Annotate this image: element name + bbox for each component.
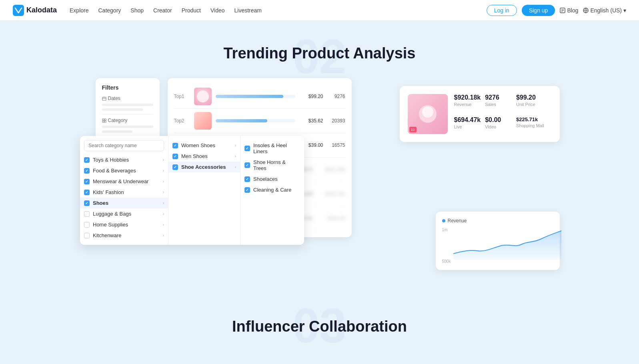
- product-thumb-2: [194, 112, 212, 130]
- checkbox-toys[interactable]: [84, 157, 90, 163]
- nav-livestream[interactable]: Livestream: [234, 6, 262, 15]
- checkbox-food[interactable]: [84, 168, 90, 174]
- stat-video: $0.00 Video: [485, 116, 513, 134]
- product-badge: 10: [409, 127, 417, 132]
- unit-price-label: Unit Price: [516, 102, 544, 107]
- nav-category[interactable]: Category: [98, 6, 121, 15]
- checkbox-home[interactable]: [84, 222, 90, 228]
- svg-rect-10: [102, 119, 104, 120]
- svg-point-15: [422, 106, 433, 118]
- chevron-icon: ›: [163, 212, 164, 216]
- cat-label-shoes: Shoes: [93, 200, 160, 206]
- legend-label: Revenue: [448, 218, 467, 224]
- stat-revenue: $920.18k Revenue: [454, 94, 482, 112]
- calendar-icon: [102, 96, 106, 101]
- category-item-luggage[interactable]: Luggage & Bags ›: [80, 208, 168, 219]
- sub-item-men-shoes[interactable]: Men Shoes ›: [168, 151, 240, 162]
- checkbox-shoe-accessories[interactable]: [172, 164, 178, 170]
- category-label: Category: [102, 118, 153, 123]
- checkbox-women-shoes[interactable]: [172, 143, 178, 148]
- svg-rect-12: [102, 121, 104, 122]
- nav-links: Explore Category Shop Creator Product Vi…: [70, 6, 487, 15]
- sub-sub-item-shoe-horns[interactable]: Shoe Horns & Trees: [240, 157, 304, 174]
- sales-3: 16575: [327, 142, 345, 148]
- checkbox-kitchenware[interactable]: [84, 233, 90, 238]
- svg-rect-13: [104, 121, 106, 122]
- legend-dot: [442, 219, 445, 222]
- dates-filter[interactable]: Dates: [102, 96, 153, 111]
- checkbox-shoe-horns[interactable]: [244, 162, 250, 168]
- hero-section: 02 Trending Product Analysis: [0, 21, 639, 78]
- category-search-input[interactable]: [84, 140, 164, 151]
- sales-value: 9276: [485, 94, 513, 101]
- chevron-icon: ›: [163, 168, 164, 173]
- checkbox-shoelaces[interactable]: [244, 176, 250, 182]
- category-item-toys[interactable]: Toys & Hobbies ›: [80, 154, 168, 165]
- cat-label-toys: Toys & Hobbies: [93, 157, 160, 163]
- product-thumb-1: [194, 88, 212, 105]
- chevron-down-icon: ▾: [623, 7, 626, 14]
- sub-label-shoe-accessories: Shoe Accessories: [181, 164, 226, 170]
- sub-item-women-shoes[interactable]: Women Shoes ›: [168, 140, 240, 151]
- sales-1: 9276: [327, 94, 345, 99]
- sub-sub-category-panel: Insoles & Heel Liners Shoe Horns & Trees…: [240, 136, 304, 245]
- category-item-food[interactable]: Food & Beverages ›: [80, 165, 168, 176]
- blog-link[interactable]: Blog: [560, 7, 578, 14]
- checkbox-men-shoes[interactable]: [172, 154, 178, 159]
- sub-category-panel: Women Shoes › Men Shoes › Shoe Accessori…: [168, 136, 240, 245]
- shopping-mall-value: $225.71k: [516, 116, 544, 122]
- stat-shopping-mall: $225.71k Shopping Mall: [516, 116, 544, 134]
- bottom-section: 03 Influencer Collaboration: [0, 294, 639, 351]
- price-2: $35.62: [299, 118, 323, 124]
- category-filter[interactable]: Category: [102, 118, 153, 133]
- sub-sub-item-insoles[interactable]: Insoles & Heel Liners: [240, 140, 304, 157]
- checkbox-shoes[interactable]: [84, 200, 90, 206]
- language-selector[interactable]: English (US) ▾: [583, 7, 626, 14]
- checkbox-kids[interactable]: [84, 190, 90, 195]
- product-img-graphic: [416, 102, 440, 126]
- nav-video[interactable]: Video: [210, 6, 225, 15]
- blog-label: Blog: [567, 7, 578, 14]
- main-category-panel: Toys & Hobbies › Food & Beverages › Mens…: [80, 136, 168, 245]
- category-item-kids[interactable]: Kids' Fashion ›: [80, 187, 168, 198]
- checkbox-cleaning[interactable]: [244, 187, 250, 193]
- logo[interactable]: Kalodata: [13, 5, 57, 16]
- stat-live: $694.47k Live: [454, 116, 482, 134]
- checkbox-menswear[interactable]: [84, 179, 90, 184]
- category-item-home[interactable]: Home Supplies ›: [80, 219, 168, 230]
- sub-item-shoe-accessories[interactable]: Shoe Accessories ›: [168, 162, 240, 172]
- unit-price-value: $99.20: [516, 94, 544, 101]
- product-stats: $920.18k Revenue 9276 Sales $99.20 Unit …: [454, 94, 544, 134]
- cat-label-food: Food & Beverages: [93, 168, 160, 174]
- chevron-icon: ›: [163, 201, 164, 205]
- nav-explore[interactable]: Explore: [70, 6, 88, 15]
- sub-sub-item-shoelaces[interactable]: Shoelaces: [240, 174, 304, 184]
- signup-button[interactable]: Sign up: [522, 5, 555, 16]
- revenue-chart: Revenue 1m 500k: [436, 212, 560, 270]
- search-box-wrap: [80, 140, 168, 154]
- live-label: Live: [454, 124, 482, 129]
- sub-sub-item-cleaning[interactable]: Cleaning & Care: [240, 184, 304, 195]
- table-row: Top2 $35.62 20393: [174, 109, 345, 133]
- price-1: $99.20: [299, 94, 323, 99]
- login-button[interactable]: Log in: [487, 5, 517, 16]
- category-item-menswear[interactable]: Menswear & Underwear ›: [80, 176, 168, 187]
- chevron-icon: ›: [163, 222, 164, 227]
- blog-icon: [560, 8, 565, 13]
- logo-text: Kalodata: [26, 6, 57, 14]
- category-item-kitchenware[interactable]: Kitchenware ›: [80, 230, 168, 241]
- nav-product[interactable]: Product: [182, 6, 201, 15]
- checkbox-luggage[interactable]: [84, 211, 90, 217]
- revenue-4: $601.58k: [317, 167, 345, 172]
- category-icon: [102, 118, 106, 123]
- cat-label-kids: Kids' Fashion: [93, 189, 160, 195]
- nav-shop[interactable]: Shop: [130, 6, 144, 15]
- category-item-shoes[interactable]: Shoes ›: [80, 198, 168, 208]
- checkbox-insoles[interactable]: [244, 146, 250, 151]
- row-label-1: Top1: [174, 94, 190, 99]
- nav-creator[interactable]: Creator: [153, 6, 172, 15]
- cat-label-kitchenware: Kitchenware: [93, 232, 160, 238]
- sub-label-women-shoes: Women Shoes: [181, 142, 215, 148]
- shopping-mall-label: Shopping Mall: [516, 123, 544, 128]
- globe-icon: [583, 8, 589, 13]
